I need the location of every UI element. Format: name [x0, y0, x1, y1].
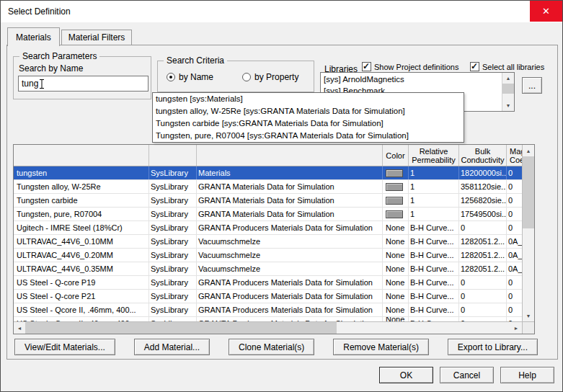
table-cell: 0A_p: [507, 235, 522, 248]
search-criteria-options: by Name by Property: [167, 72, 298, 82]
tab-label: Material Filters: [68, 32, 125, 43]
table-cell: 3581120sie...: [459, 180, 507, 193]
title-bar: Select Definition ✕: [1, 1, 562, 22]
table-cell: GRANTA Materials Data for Simulation: [197, 194, 383, 207]
table-row[interactable]: Ugitech - IMRE Steel (18%Cr)SysLibraryGR…: [14, 221, 522, 235]
scroll-down-button[interactable]: ▼: [523, 310, 534, 321]
table-body: tungstenSysLibraryMaterials118200000si..…: [14, 166, 522, 321]
color-cell: None: [383, 249, 409, 262]
color-cell: None: [383, 303, 409, 316]
table-cell: 1256820sie...: [459, 194, 507, 207]
help-button[interactable]: Help: [500, 367, 554, 383]
table-cell: Tungsten, pure, R07004: [14, 208, 149, 220]
scroll-left-button[interactable]: ◄: [14, 322, 25, 334]
color-swatch[interactable]: [386, 210, 403, 218]
table-cell: B-H Curve...: [409, 221, 459, 234]
color-cell: [383, 166, 409, 179]
close-icon: ✕: [542, 6, 550, 17]
suggestion-item[interactable]: tungsten alloy, W-25Re [sys:GRANTA Mater…: [153, 105, 464, 117]
table-cell: 0: [507, 276, 522, 289]
library-browse-button[interactable]: ...: [522, 77, 542, 94]
cancel-button[interactable]: Cancel: [440, 367, 494, 383]
table-row[interactable]: ULTRAVAC_44V6_0.35MMSysLibraryVacuumschm…: [14, 262, 522, 276]
export-to-library-button[interactable]: Export to Library...: [448, 339, 538, 355]
libraries-scrollbar[interactable]: ▲ ▼: [502, 73, 514, 111]
suggestion-list: tungsten [sys:Materials]tungsten alloy, …: [152, 92, 464, 143]
search-parameters-legend: Search Parameters: [19, 51, 99, 61]
table-cell: 1: [409, 180, 459, 193]
add-material-button[interactable]: Add Material...: [134, 339, 210, 355]
up-arrow-icon: ▲: [526, 148, 531, 153]
table-cell: ULTRAVAC_44V6_0.10MM: [14, 235, 149, 248]
horizontal-scrollbar[interactable]: ◄ ►: [14, 321, 522, 334]
up-arrow-icon: ▲: [506, 76, 511, 81]
show-project-definitions-checkbox[interactable]: Show Project definitions: [362, 62, 458, 71]
checkbox-label: Show Project definitions: [374, 63, 458, 71]
suggestion-item[interactable]: Tungsten, pure, R07004 [sys:GRANTA Mater…: [153, 130, 464, 142]
color-cell: None: [383, 262, 409, 275]
view-edit-materials-button[interactable]: View/Edit Materials...: [14, 339, 115, 355]
column-header[interactable]: [149, 145, 197, 166]
vertical-scrollbar-thumb[interactable]: [523, 156, 534, 228]
table-row[interactable]: tungstenSysLibraryMaterials118200000si..…: [14, 166, 522, 180]
tab-materials[interactable]: Materials: [7, 27, 60, 46]
table-cell: 17549500si...: [459, 208, 507, 220]
column-header[interactable]: Relative Permeability: [409, 145, 459, 166]
table-row[interactable]: Tungsten, pure, R07004SysLibraryGRANTA M…: [14, 208, 522, 221]
checkbox-label: Select all libraries: [482, 63, 544, 71]
tab-material-filters[interactable]: Material Filters: [61, 30, 133, 45]
table-cell: US Steel - Qcore II, .46mm, 400...: [14, 303, 149, 316]
table-row[interactable]: US Steel - Q-core P19SysLibraryGRANTA Pr…: [14, 276, 522, 290]
horizontal-scrollbar-thumb[interactable]: [25, 322, 337, 334]
table-cell: Tungsten alloy, W-25Re: [14, 180, 149, 193]
color-swatch[interactable]: [386, 169, 403, 177]
scroll-up-button[interactable]: ▲: [523, 145, 534, 156]
table-cell: Materials: [197, 166, 383, 179]
color-cell: None: [383, 276, 409, 289]
color-cell: [383, 180, 409, 193]
left-arrow-icon: ◄: [17, 326, 22, 331]
table-cell: B-H Curve...: [409, 262, 459, 275]
close-button[interactable]: ✕: [530, 1, 562, 22]
ok-button[interactable]: OK: [379, 367, 433, 383]
color-swatch[interactable]: [386, 197, 403, 205]
table-row[interactable]: US Steel - Q-core P21SysLibraryGRANTA Pr…: [14, 290, 522, 303]
column-header[interactable]: Mag Coer: [507, 145, 522, 166]
table-cell: 0A_p: [507, 262, 522, 275]
table-cell: 0: [459, 303, 507, 316]
radio-by-property[interactable]: by Property: [242, 72, 298, 82]
column-header[interactable]: Bulk Conductivity: [459, 145, 507, 166]
table-row[interactable]: US Steel - Qcore II, .46mm, 400...SysLib…: [14, 303, 522, 317]
color-swatch[interactable]: [386, 183, 403, 191]
table-row[interactable]: Tungsten carbideSysLibraryGRANTA Materia…: [14, 194, 522, 208]
table-cell: GRANTA Producers Materials Data for Simu…: [197, 303, 383, 316]
scroll-right-button[interactable]: ►: [510, 322, 522, 334]
column-header[interactable]: [197, 145, 383, 166]
column-header[interactable]: [14, 145, 149, 166]
table-row[interactable]: ULTRAVAC_44V6_0.10MMSysLibraryVacuumschm…: [14, 235, 522, 249]
table-cell: ULTRAVAC_44V6_0.20MM: [14, 249, 149, 262]
search-input[interactable]: tung: [18, 76, 148, 92]
table-cell: B-H Curve...: [409, 249, 459, 262]
select-all-libraries-checkbox[interactable]: Select all libraries: [470, 62, 544, 71]
column-header[interactable]: Color: [383, 145, 409, 166]
table-row[interactable]: ULTRAVAC_44V6_0.20MMSysLibraryVacuumschm…: [14, 249, 522, 262]
table-row[interactable]: Tungsten alloy, W-25ReSysLibraryGRANTA M…: [14, 180, 522, 194]
vertical-scrollbar[interactable]: ▲ ▼: [522, 145, 534, 321]
scroll-down-button[interactable]: ▼: [502, 100, 514, 111]
window-title: Select Definition: [1, 6, 71, 17]
radio-by-name[interactable]: by Name: [167, 72, 213, 82]
clone-material-button[interactable]: Clone Material(s): [229, 339, 314, 355]
suggestion-item[interactable]: Tungsten carbide [sys:GRANTA Materials D…: [153, 117, 464, 130]
table-cell: 0: [459, 290, 507, 303]
scroll-up-button[interactable]: ▲: [502, 73, 514, 84]
table-cell: Vacuumschmelze: [197, 249, 383, 262]
remove-material-button[interactable]: Remove Material(s): [333, 339, 429, 355]
table-cell: Tungsten carbide: [14, 194, 149, 207]
suggestion-item[interactable]: tungsten [sys:Materials]: [153, 93, 464, 105]
table-cell: 0: [507, 303, 522, 316]
scrollbar-thumb[interactable]: [502, 84, 514, 94]
table-cell: US Steel - Q-core P19: [14, 276, 149, 289]
table-cell: 0A_p: [507, 249, 522, 262]
library-item[interactable]: [sys] ArnoldMagnetics: [321, 74, 502, 85]
